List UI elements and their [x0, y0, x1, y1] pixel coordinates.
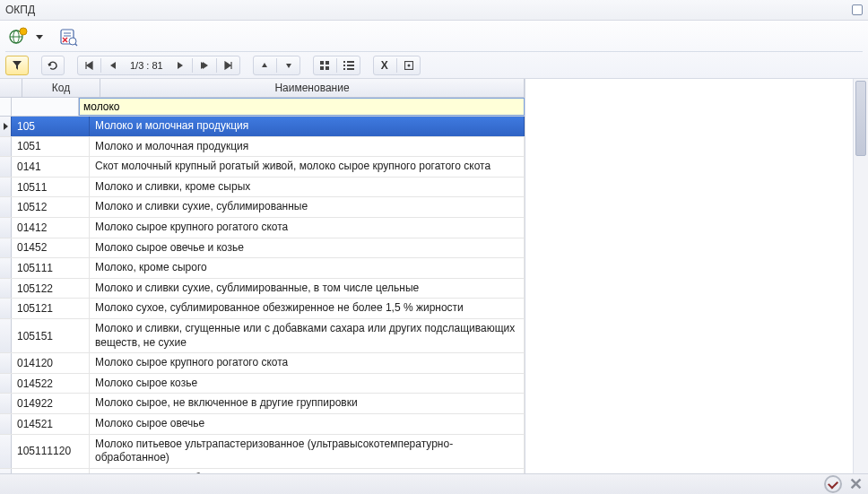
- cell-code: 105151: [12, 319, 90, 352]
- sort-asc-button[interactable]: [255, 57, 274, 74]
- pagination-bar: 1/3 : 81: [77, 56, 240, 75]
- x-tool-button[interactable]: X: [375, 57, 395, 74]
- cell-code: 1051: [12, 137, 90, 157]
- cell-name: Молоко и молочная продукция: [90, 117, 525, 136]
- row-indicator: [0, 374, 12, 394]
- row-indicator: [0, 178, 12, 197]
- cell-name: Молоко и сливки сухие, сублимированные: [90, 197, 525, 217]
- cell-code: 105111120: [12, 435, 90, 468]
- cell-name: Молоко сырое овечье и козье: [90, 238, 525, 258]
- world-button[interactable]: [5, 24, 30, 49]
- list-view-button[interactable]: [339, 57, 359, 74]
- table-row[interactable]: 105111Молоко, кроме сырого: [0, 258, 525, 279]
- svg-rect-15: [343, 61, 345, 63]
- svg-rect-16: [347, 61, 354, 63]
- table-row[interactable]: 105151Молоко и сливки, сгущенные или с д…: [0, 319, 525, 353]
- ok-button[interactable]: [824, 475, 842, 493]
- refresh-icon: [48, 60, 58, 71]
- row-indicator: [0, 319, 12, 352]
- row-indicator: [0, 197, 12, 217]
- view-bar: [313, 56, 360, 75]
- cell-code: 105121: [12, 299, 90, 318]
- row-indicator: [0, 218, 12, 238]
- cell-name: Скот молочный крупный рогатый живой, мол…: [90, 157, 525, 177]
- last-page-button[interactable]: [219, 57, 239, 74]
- table-row[interactable]: 105121Молоко сухое, сублимированное обез…: [0, 299, 525, 319]
- cell-code: 105: [12, 117, 90, 136]
- table-row[interactable]: 105Молоко и молочная продукция: [0, 117, 525, 137]
- cell-code: 014120: [12, 353, 90, 373]
- column-header-code[interactable]: Код: [22, 79, 100, 97]
- filter-code-cell[interactable]: [12, 98, 79, 116]
- table-row[interactable]: 01412Молоко сырое крупного рогатого скот…: [0, 218, 525, 238]
- cell-name: Молоко, кроме сырого: [90, 258, 525, 278]
- next-page-button[interactable]: [195, 57, 214, 74]
- cell-name: Молоко сухое, сублимированное обезжиренн…: [90, 299, 525, 318]
- table-row[interactable]: 014521Молоко сырое овечье: [0, 414, 525, 435]
- table-row[interactable]: 014922Молоко сырое, не включенное в друг…: [0, 394, 525, 414]
- cell-name: Молоко питьевое ультрапастеризованное (у…: [90, 435, 525, 468]
- next-record-button[interactable]: [170, 57, 190, 74]
- row-indicator: [0, 414, 12, 434]
- window-title: ОКПД: [5, 4, 35, 16]
- cell-code: 014521: [12, 414, 90, 434]
- row-indicator: [0, 157, 12, 177]
- scrollbar[interactable]: [853, 79, 868, 473]
- row-indicator-header: [0, 79, 22, 97]
- grid-body[interactable]: 105Молоко и молочная продукция1051Молоко…: [0, 117, 525, 473]
- row-indicator: [0, 299, 12, 318]
- table-row[interactable]: 0141Скот молочный крупный рогатый живой,…: [0, 157, 525, 178]
- grid-view-button[interactable]: [315, 57, 334, 74]
- table-row[interactable]: 01452Молоко сырое овечье и козье: [0, 238, 525, 259]
- toolbar: 1/3 : 81: [0, 21, 868, 78]
- table-row[interactable]: 105122Молоко и сливки сухие, сублимирова…: [0, 279, 525, 299]
- data-grid: Код Наименование 105Молоко и молочная пр…: [0, 79, 525, 473]
- table-row[interactable]: 014120Молоко сырое крупного рогатого ско…: [0, 353, 525, 374]
- prev-page-button[interactable]: [103, 57, 123, 74]
- table-row[interactable]: 1051Молоко и молочная продукция: [0, 137, 525, 158]
- check-tool-button[interactable]: [399, 57, 419, 74]
- cell-name: Молоко и молочная продукция: [90, 137, 525, 157]
- refresh-button[interactable]: [41, 56, 65, 75]
- svg-rect-19: [343, 68, 345, 70]
- filter-toggle-button[interactable]: [5, 56, 29, 75]
- first-page-button[interactable]: [79, 57, 99, 74]
- column-header-name[interactable]: Наименование: [100, 79, 525, 97]
- clear-filter-icon: [58, 27, 78, 47]
- cell-name: Молоко и сливки, сгущенные или с добавка…: [90, 319, 525, 352]
- dropdown-arrow-icon[interactable]: [36, 35, 43, 39]
- svg-rect-18: [347, 65, 354, 66]
- check-icon: [828, 478, 838, 489]
- cell-code: 10511: [12, 178, 90, 197]
- cell-code: 01452: [12, 238, 90, 258]
- svg-rect-11: [320, 61, 324, 65]
- table-row[interactable]: 10512Молоко и сливки сухие, сублимирован…: [0, 197, 525, 218]
- cell-name: Молоко сырое овечье: [90, 414, 525, 434]
- window: ОКПД: [0, 0, 868, 494]
- current-row-arrow-icon: [4, 123, 8, 130]
- cell-code: 105122: [12, 279, 90, 299]
- cell-code: 10512: [12, 197, 90, 217]
- scrollbar-thumb[interactable]: [855, 81, 866, 156]
- table-row[interactable]: 105111120Молоко питьевое ультрапастеризо…: [0, 435, 525, 469]
- cell-name: Молоко и сливки, кроме сырых: [90, 178, 525, 197]
- cell-name: Молоко сырое козье: [90, 374, 525, 394]
- row-indicator: [0, 394, 12, 413]
- sort-bar: [253, 56, 300, 75]
- cell-name: Молоко сырое, не включенное в другие гру…: [90, 394, 525, 413]
- sort-desc-button[interactable]: [279, 57, 299, 74]
- cell-name: Молоко сырое крупного рогатого скота: [90, 218, 525, 238]
- cancel-button[interactable]: ✕: [849, 476, 863, 492]
- filter-name-input[interactable]: [79, 98, 525, 116]
- svg-line-8: [75, 44, 77, 46]
- clear-filters-button[interactable]: [56, 24, 81, 49]
- world-icon: [8, 27, 28, 47]
- cell-name: Молоко сырое крупного рогатого скота: [90, 353, 525, 373]
- minimize-icon[interactable]: [852, 4, 863, 15]
- table-row[interactable]: 10511Молоко и сливки, кроме сырых: [0, 178, 525, 198]
- funnel-icon: [12, 60, 22, 71]
- content: Код Наименование 105Молоко и молочная пр…: [0, 78, 868, 473]
- table-row[interactable]: 014522Молоко сырое козье: [0, 374, 525, 394]
- svg-rect-20: [347, 68, 354, 70]
- svg-rect-14: [326, 66, 329, 70]
